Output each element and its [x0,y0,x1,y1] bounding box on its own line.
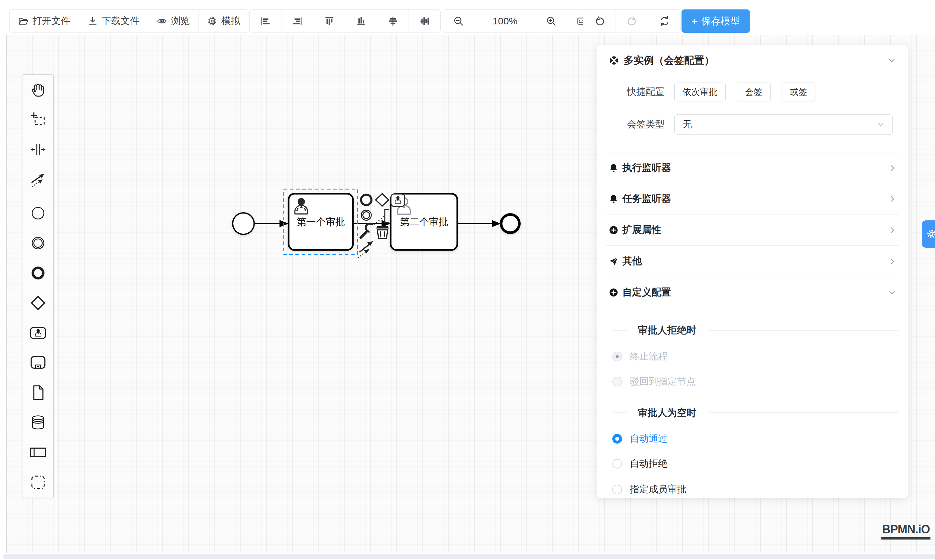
bpmn-io-logo[interactable]: BPMN.iO [881,523,930,540]
chevron-down-icon [888,289,896,296]
palette-item-hand-tool[interactable] [22,75,53,105]
lasso-tool-icon [29,111,47,129]
palette-item-gateway[interactable] [22,288,53,318]
align-top-icon [323,15,335,27]
panel-header[interactable]: 多实例（会签配置） [609,48,896,73]
reject-group-title: 审批人拒绝时 [638,324,697,337]
simulate-button[interactable]: 模拟 [198,10,249,32]
open-file-button[interactable]: 打开文件 [10,10,79,32]
download-icon [88,16,98,26]
section-other[interactable]: 其他 [609,246,896,276]
zoom-in-button[interactable] [535,10,567,32]
palette-item-data-object[interactable] [22,378,53,408]
zoom-out-button[interactable] [442,10,475,32]
download-file-button[interactable]: 下载文件 [79,10,148,32]
quick-config-label: 快捷配置 [627,86,664,98]
zoom-out-icon [453,15,464,27]
chevron-right-icon [888,226,896,234]
space-tool-icon [29,140,47,158]
plus-icon: + [692,15,698,27]
properties-panel: 多实例（会签配置） 快捷配置 依次审批 会签 或签 会签类型 无 执行监听器 [597,45,908,498]
refresh-icon [659,15,670,27]
chevron-down-icon[interactable] [887,56,896,65]
zoom-level[interactable]: 100% [475,10,535,32]
section-extended-attributes[interactable]: 扩展属性 [609,215,896,245]
plus-circle-icon [609,225,618,235]
multi-type-select[interactable]: 无 [674,114,893,135]
radio-terminate-process[interactable]: 终止流程 [612,350,667,363]
quick-config-row: 快捷配置 依次审批 会签 或签 [627,82,826,102]
palette-item-lasso-tool[interactable] [22,105,53,135]
section-execution-listener[interactable]: 执行监听器 [609,153,896,183]
palette-item-space-tool[interactable] [22,135,53,165]
zoom-in-icon [546,15,557,27]
align-center-horizontal-icon [387,15,399,27]
align-right-button[interactable] [281,10,313,32]
palette-item-data-store[interactable] [22,408,53,437]
preview-label: 浏览 [171,15,190,28]
palette-item-user-task[interactable] [22,318,53,348]
align-center-vertical-button[interactable] [409,10,440,32]
align-left-button[interactable] [249,10,281,32]
palette-separator [26,196,50,196]
align-left-icon [260,15,271,27]
global-connect-tool-icon [29,170,47,189]
subprocess-icon [29,354,47,372]
group-icon [29,473,47,491]
radio-auto-reject[interactable]: 自动拒绝 [612,457,667,470]
section-task-listener[interactable]: 任务监听器 [609,184,896,214]
palette-item-end-event[interactable] [22,258,53,288]
save-model-label: 保存模型 [701,15,740,28]
zoom-button-group: 100% 1:1 [442,9,596,33]
toolbar: 打开文件 下载文件 浏览 模拟 [0,0,935,35]
quick-config-sequential-button[interactable]: 依次审批 [674,83,726,102]
align-button-group [249,9,441,33]
radio-selected-disabled-icon[interactable] [612,352,622,362]
download-file-label: 下载文件 [102,15,140,28]
empty-group-title: 审批人为空时 [638,406,697,420]
redo-icon [626,15,638,27]
horizontal-scrollbar[interactable] [3,554,935,559]
settings-tab[interactable] [922,220,935,248]
radio-disabled-icon[interactable] [612,377,622,386]
bpmn-modeler-app: 第二个审批 第一个审批 [0,0,935,560]
plus-circle-icon [609,288,618,297]
eye-icon [157,16,167,26]
redo-button[interactable] [616,10,648,32]
radio-auto-pass[interactable]: 自动通过 [612,432,667,445]
chevron-right-icon [888,257,896,265]
align-center-horizontal-button[interactable] [377,10,409,32]
quick-config-orsign-button[interactable]: 或签 [781,83,815,102]
align-right-icon [292,15,303,27]
chevron-down-icon [877,121,884,128]
undo-button[interactable] [583,10,616,32]
multi-type-value: 无 [683,118,692,131]
radio-return-to-node[interactable]: 驳回到指定节点 [612,375,696,388]
palette-item-subprocess[interactable] [22,348,53,378]
radio-icon[interactable] [612,459,622,469]
align-top-button[interactable] [313,10,345,32]
palette-item-group[interactable] [22,468,53,497]
preview-button[interactable]: 浏览 [148,10,198,32]
palette-item-start-event[interactable] [22,198,53,228]
palette-item-participant[interactable] [22,437,53,468]
align-bottom-button[interactable] [345,10,377,32]
gateway-icon [29,294,47,312]
reject-group-title-row: 审批人拒绝时 [613,324,898,337]
palette-item-intermediate-event[interactable] [22,228,53,258]
radio-selected-icon[interactable] [612,434,622,444]
tool-palette [22,74,54,498]
send-icon [609,257,618,266]
simulate-label: 模拟 [221,15,240,28]
multi-instance-icon [609,55,619,66]
hand-tool-icon [29,81,47,99]
file-button-group: 打开文件 下载文件 浏览 模拟 [9,9,249,33]
save-model-button[interactable]: + 保存模型 [681,9,750,33]
intermediate-event-icon [29,234,47,252]
radio-icon[interactable] [612,485,622,494]
quick-config-countersign-button[interactable]: 会签 [737,83,770,102]
radio-assign-member[interactable]: 指定成员审批 [612,483,686,496]
section-custom-config[interactable]: 自定义配置 [609,277,896,308]
palette-item-global-connect-tool[interactable] [22,165,53,194]
refresh-button[interactable] [648,10,681,32]
